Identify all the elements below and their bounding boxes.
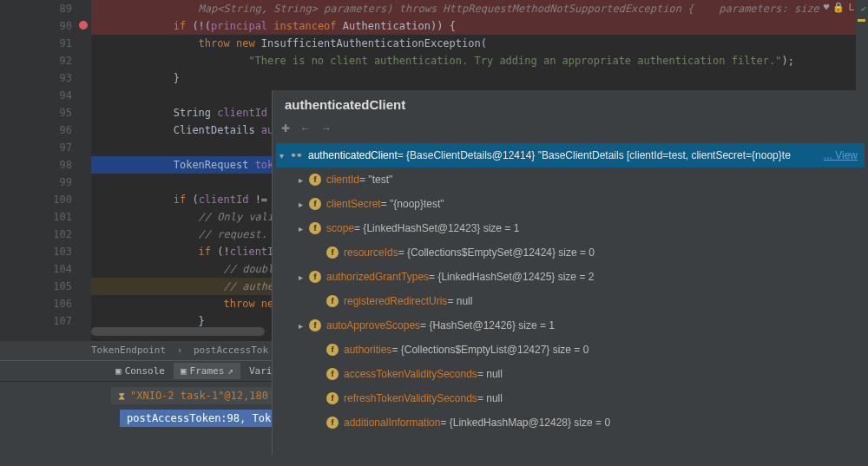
field-icon: f	[326, 368, 339, 380]
field-name: registeredRedirectUris	[344, 295, 447, 307]
tree-field[interactable]: fclientId = "test"	[276, 167, 865, 192]
field-name: additionalInformation	[344, 417, 440, 429]
error-icon	[79, 21, 88, 30]
nav-back-icon[interactable]: ←	[300, 122, 311, 135]
gutter-line: 99	[0, 174, 72, 191]
chevron-down-icon[interactable]	[279, 151, 290, 161]
field-value: = {LinkedHashSet@12423} size = 1	[354, 222, 519, 234]
chevron-right-icon[interactable]	[299, 272, 309, 282]
chevron-right-icon[interactable]	[299, 321, 309, 331]
field-name: resourceIds	[344, 246, 398, 259]
breadcrumb-sep: ›	[177, 345, 183, 356]
field-name: authorizedGrantTypes	[326, 271, 429, 283]
tree-field[interactable]: fadditionalInformation = {LinkedHashMap@…	[276, 410, 865, 435]
field-value: = {LinkedHashMap@12428} size = 0	[440, 417, 610, 429]
gutter-line: 98	[0, 156, 72, 174]
field-icon: f	[326, 295, 339, 307]
field-name: authenticatedClient	[308, 149, 398, 161]
field-icon: f	[326, 392, 339, 404]
field-value: = {HashSet@12426} size = 1	[420, 319, 555, 331]
field-value: = {Collections$EmptyList@12427} size = 0	[391, 344, 589, 356]
evaluate-popup: authenticatedClient ✚ ← → 👓 authenticate…	[272, 90, 868, 455]
field-value: = {BaseClientDetails@12414} "BaseClientD…	[398, 149, 791, 161]
horizontal-scrollbar[interactable]	[91, 327, 265, 336]
tree-field[interactable]: faccessTokenValiditySeconds = null	[276, 362, 865, 386]
popup-toolbar: ✚ ← →	[273, 119, 868, 138]
nav-forward-icon[interactable]: →	[321, 122, 332, 135]
code-line: }	[91, 69, 868, 87]
tree-field[interactable]: fauthorizedGrantTypes = {LinkedHashSet@1…	[276, 265, 865, 289]
tree-field[interactable]: frefreshTokenValiditySeconds = null	[276, 386, 865, 410]
tab-console[interactable]: ▣ Console	[108, 363, 172, 379]
analysis-ok-icon: ✔	[861, 3, 866, 13]
tab-label: Console	[125, 365, 165, 377]
tree-root[interactable]: 👓 authenticatedClient = {BaseClientDetai…	[276, 143, 865, 167]
heart-icon[interactable]: ♥	[824, 2, 830, 13]
view-link[interactable]: ... View	[824, 149, 865, 161]
gutter-line: 91	[0, 35, 72, 52]
field-icon: f	[309, 222, 321, 234]
field-icon: f	[309, 174, 321, 186]
tree-field[interactable]: fclientSecret = "{noop}test"	[276, 192, 865, 216]
new-watch-icon[interactable]: ✚	[281, 122, 290, 135]
chevron-right-icon[interactable]	[299, 200, 309, 209]
code-line: Map<String, String> parameters) throws H…	[91, 0, 868, 17]
field-icon: f	[326, 417, 339, 429]
console-icon: ▣	[115, 365, 122, 377]
gutter-line: 90	[0, 17, 72, 35]
field-name: autoApproveScopes	[326, 319, 420, 331]
code-line: throw new InsufficientAuthenticationExce…	[91, 35, 868, 52]
watch-glasses-icon: 👓	[290, 149, 303, 161]
field-icon: f	[326, 246, 339, 259]
code-line: "There is no client authentication. Try …	[91, 52, 868, 69]
tab-frames[interactable]: ▣ Frames ↗	[174, 363, 240, 379]
gutter-line: 105	[0, 278, 72, 295]
gutter-line: 101	[0, 208, 72, 226]
field-value: = null	[447, 295, 472, 307]
chevron-right-icon[interactable]	[299, 224, 309, 233]
gutter-line: 103	[0, 243, 72, 260]
tree-field[interactable]: fauthorities = {Collections$EmptyList@12…	[276, 338, 865, 362]
field-value: = null	[477, 368, 503, 380]
gutter-line: 92	[0, 52, 72, 69]
tab-label: Frames	[190, 365, 225, 377]
gutter-line: 95	[0, 104, 72, 121]
warning-marker[interactable]	[858, 19, 865, 22]
gutter-line: 93	[0, 69, 72, 87]
popout-icon[interactable]: ↗	[227, 365, 233, 377]
gutter-line: 100	[0, 191, 72, 208]
field-name: clientSecret	[326, 198, 381, 210]
gutter-line: 106	[0, 295, 72, 312]
field-name: clientId	[326, 174, 359, 186]
field-value: = {LinkedHashSet@12425} size = 2	[429, 271, 594, 283]
chevron-right-icon[interactable]	[299, 175, 309, 185]
gutter-line: 96	[0, 121, 72, 139]
tree-field[interactable]: fscope = {LinkedHashSet@12423} size = 1	[276, 216, 865, 240]
breadcrumb-method[interactable]: postAccessTok	[194, 345, 268, 356]
gutter-line: 94	[0, 87, 72, 104]
gutter-line: 97	[0, 139, 72, 156]
tree-field[interactable]: fregisteredRedirectUris = null	[276, 289, 865, 313]
field-value: = "{noop}test"	[381, 198, 444, 210]
lock-icon[interactable]: 🔒	[832, 2, 845, 13]
l-icon[interactable]: L	[848, 2, 854, 13]
gutter-line: 102	[0, 226, 72, 243]
field-icon: f	[309, 319, 321, 331]
frame-label: postAccessToken:98, TokenEn	[127, 412, 296, 424]
field-name: scope	[326, 222, 354, 234]
gutter-line: 89	[0, 0, 72, 17]
field-icon: f	[326, 344, 339, 356]
field-name: refreshTokenValiditySeconds	[344, 392, 477, 404]
editor-top-icons: ♥ 🔒 L	[824, 2, 854, 13]
popup-title: authenticatedClient	[273, 90, 868, 119]
breadcrumb-class[interactable]: TokenEndpoint	[91, 345, 166, 356]
gutter-line: 104	[0, 260, 72, 278]
tree-field[interactable]: fautoApproveScopes = {HashSet@12426} siz…	[276, 313, 865, 338]
field-value: = {Collections$EmptySet@12424} size = 0	[398, 246, 595, 259]
field-name: authorities	[344, 344, 391, 356]
gutter-line: 107	[0, 312, 72, 330]
code-line: if (!(principal instanceof Authenticatio…	[91, 17, 868, 35]
field-name: accessTokenValiditySeconds	[344, 368, 477, 380]
tree-field[interactable]: fresourceIds = {Collections$EmptySet@124…	[276, 240, 865, 265]
variable-tree: 👓 authenticatedClient = {BaseClientDetai…	[273, 138, 868, 440]
